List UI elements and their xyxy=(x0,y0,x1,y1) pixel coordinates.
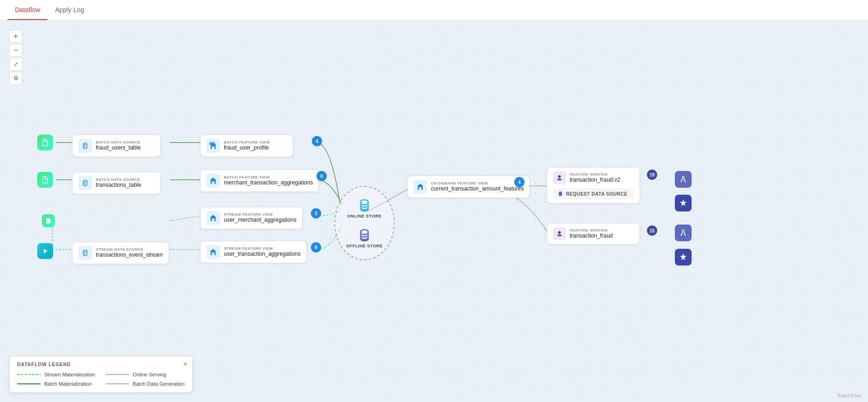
legend-title: DATAFLOW LEGEND xyxy=(17,362,185,367)
node-feature-service-fraud-v2[interactable]: FEATURE SERVICE transaction_fraud:v2 REQ… xyxy=(547,167,640,204)
legend-close-button[interactable]: × xyxy=(183,360,187,368)
dataflow-canvas: + − ⤢ ⚙ BATCH DATA SOURCE fraud_user xyxy=(0,20,868,402)
zoom-controls: + − ⤢ ⚙ xyxy=(9,30,22,85)
node-batch-fv-merchant-agg[interactable]: BATCH FEATURE VIEW merchant_transaction_… xyxy=(200,170,319,192)
legend: × DATAFLOW LEGEND Stream Materialization… xyxy=(9,356,193,393)
tabs-bar: Dataflow Apply Log xyxy=(0,0,868,20)
sparkle-icon-1[interactable] xyxy=(675,195,692,211)
badge-fs1: 19 xyxy=(647,170,657,180)
legend-item-stream: Stream Materialization xyxy=(17,372,96,377)
legend-item-batch: Batch Materialization xyxy=(17,381,96,387)
stream-source-icon-4 xyxy=(37,243,53,259)
legend-item-batch-data: Batch Data Generation xyxy=(106,381,185,387)
tab-dataflow[interactable]: Dataflow xyxy=(7,0,47,20)
offline-store: OFFLINE STORE xyxy=(346,228,383,248)
online-store: ONLINE STORE xyxy=(347,198,381,218)
zoom-out-button[interactable]: − xyxy=(9,44,22,57)
react-flow-label: React Flow xyxy=(837,393,861,398)
node-feature-service-fraud[interactable]: FEATURE SERVICE transaction_fraud xyxy=(547,223,640,245)
node-batch-data-source-transactions[interactable]: BATCH DATA SOURCE transactions_table xyxy=(72,172,161,194)
fit-view-button[interactable]: ⤢ xyxy=(9,58,22,71)
batch-source-icon-2 xyxy=(37,172,53,188)
stream-source-dot xyxy=(42,214,55,227)
flask-icon-1[interactable] xyxy=(675,171,692,188)
badge-fv4: 9 xyxy=(311,242,321,252)
node-on-demand-fv[interactable]: ON-DEMAND FEATURE VIEW current_transacti… xyxy=(407,176,530,198)
request-data-source: REQUEST DATA SOURCE xyxy=(553,188,634,199)
store-ellipse: ONLINE STORE OFFLINE STORE xyxy=(334,186,395,260)
node-batch-fv-fraud-user-profile[interactable]: BATCH FEATURE VIEW fraud_user_profile xyxy=(200,135,293,157)
legend-grid: Stream Materialization Online Serving Ba… xyxy=(17,372,185,387)
badge-fv3: 3 xyxy=(311,208,321,218)
node-stream-fv-user-transaction[interactable]: STREAM FEATURE VIEW user_transaction_agg… xyxy=(200,241,307,263)
flask-icon-2[interactable] xyxy=(675,225,692,241)
badge-od1: 4 xyxy=(514,177,525,187)
badge-fv1: 4 xyxy=(312,136,322,146)
svg-line-6 xyxy=(170,216,200,221)
legend-item-online: Online Serving xyxy=(106,372,185,377)
tab-apply-log[interactable]: Apply Log xyxy=(47,0,91,20)
badge-fs2: 15 xyxy=(647,225,657,236)
node-stream-data-source[interactable]: STREAM DATA SOURCE transactions_event_st… xyxy=(72,242,169,264)
batch-source-icon-1 xyxy=(37,135,53,150)
connections-svg xyxy=(0,20,868,402)
node-batch-data-source-fraud-users[interactable]: BATCH DATA SOURCE fraud_users_table xyxy=(72,135,161,157)
node-stream-fv-user-merchant[interactable]: STREAM FEATURE VIEW user_merchant_aggreg… xyxy=(200,207,303,229)
badge-fv2: 8 xyxy=(316,171,327,181)
zoom-in-button[interactable]: + xyxy=(9,30,22,43)
settings-button[interactable]: ⚙ xyxy=(9,72,22,85)
sparkle-icon-2[interactable] xyxy=(675,249,692,266)
